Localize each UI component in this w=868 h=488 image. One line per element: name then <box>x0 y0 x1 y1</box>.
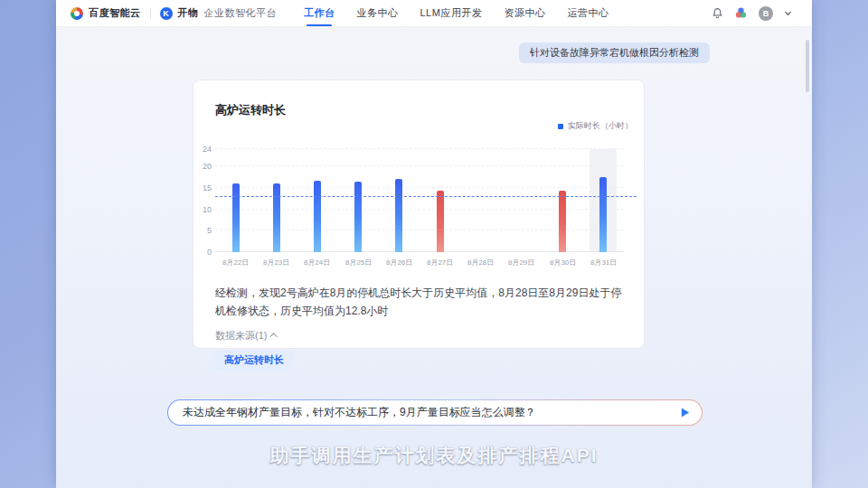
user-message-bubble: 针对设备故障异常宕机做根因分析检测 <box>519 42 710 63</box>
y-axis-tick-label: 5 <box>195 226 212 235</box>
chat-area: 针对设备故障异常宕机做根因分析检测 高炉运转时长 实际时长（小时） 051015… <box>56 27 812 487</box>
y-axis-tick-label: 20 <box>195 162 212 171</box>
average-line <box>215 196 637 197</box>
x-axis-label: 8月30日 <box>544 258 580 267</box>
x-axis-label: 8月25日 <box>340 258 376 267</box>
user-avatar[interactable]: B <box>759 6 773 21</box>
nav-item-resource-center[interactable]: 资源中心 <box>504 0 545 26</box>
app-header: 百度智能云 K 开物 企业数智化平台 工作台 业务中心 LLM应用开发 资源中心… <box>56 0 812 27</box>
x-axis-label: 8月23日 <box>259 258 295 267</box>
chevron-up-icon <box>270 333 278 340</box>
x-axis-label: 8月28日 <box>463 258 499 267</box>
video-caption: 助手调用生产计划表及排产排程API <box>56 443 812 468</box>
bar-8月25日 <box>354 182 362 252</box>
x-axis-labels: 8月22日8月23日8月24日8月25日8月26日8月27日8月28日8月29日… <box>215 257 624 268</box>
bar-8月30日 <box>559 191 566 252</box>
nav-item-business-center[interactable]: 业务中心 <box>357 0 399 26</box>
bar-8月24日 <box>314 181 321 252</box>
bar-8月26日 <box>395 179 402 252</box>
chat-input[interactable] <box>183 407 679 419</box>
kaiwu-logo-icon: K <box>160 7 173 20</box>
legend-item[interactable]: 实际时长（小时） <box>558 120 633 132</box>
chat-input-box <box>167 399 703 426</box>
y-axis-tick-label: 0 <box>195 248 212 257</box>
brand-baidu-text: 百度智能云 <box>89 6 141 20</box>
x-axis-label: 8月31日 <box>586 258 622 267</box>
bar-8月27日 <box>437 191 444 252</box>
data-source-label: 数据来源(1) <box>215 329 267 343</box>
y-axis-tick-label: 10 <box>195 205 212 214</box>
bar-8月22日 <box>232 183 240 252</box>
avatar-initial: B <box>759 6 773 21</box>
data-source-chip[interactable]: 高炉运转时长 <box>215 350 293 371</box>
brand-divider <box>150 8 151 19</box>
nav-item-operation-center[interactable]: 运营中心 <box>567 0 609 26</box>
brand-platform-text: 企业数智化平台 <box>204 6 278 20</box>
apps-grid-icon[interactable] <box>734 6 748 20</box>
nav-item-llm-app-dev[interactable]: LLM应用开发 <box>420 0 483 26</box>
y-axis-tick-label: 24 <box>195 145 212 154</box>
x-axis-label: 8月22日 <box>218 258 254 267</box>
bell-icon[interactable] <box>712 7 723 19</box>
gridline <box>215 165 624 166</box>
desktop-background: 百度智能云 K 开物 企业数智化平台 工作台 业务中心 LLM应用开发 资源中心… <box>0 0 868 488</box>
gridline <box>215 148 624 149</box>
brand-kaiwu-text: 开物 <box>178 6 199 20</box>
chart-card: 高炉运转时长 实际时长（小时） 0510152024 8月22日8月23日8月2… <box>193 80 645 349</box>
analysis-summary-text: 经检测，发现2号高炉在8月的停机总时长大于历史平均值，8月28日至8月29日处于… <box>215 285 626 321</box>
main-nav: 工作台 业务中心 LLM应用开发 资源中心 运营中心 <box>304 0 609 26</box>
x-axis-label: 8月29日 <box>504 258 540 267</box>
chevron-down-icon[interactable] <box>784 9 792 17</box>
data-source-toggle[interactable]: 数据来源(1) <box>215 329 622 343</box>
legend-label: 实际时长（小时） <box>568 120 633 132</box>
bar-8月31日 <box>599 177 607 252</box>
bar-8月23日 <box>273 183 280 252</box>
x-axis-label: 8月24日 <box>299 258 335 267</box>
x-axis-label: 8月27日 <box>422 258 458 267</box>
app-window: 百度智能云 K 开物 企业数智化平台 工作台 业务中心 LLM应用开发 资源中心… <box>56 0 812 488</box>
y-axis-tick-label: 15 <box>195 183 212 192</box>
scrollbar[interactable] <box>806 40 809 92</box>
brand-area: 百度智能云 K 开物 企业数智化平台 <box>71 6 277 20</box>
bar-chart: 0510152024 8月22日8月23日8月24日8月25日8月26日8月27… <box>215 149 622 268</box>
x-axis-label: 8月26日 <box>382 258 418 267</box>
chart-plot-area: 0510152024 <box>215 149 624 252</box>
chart-title: 高炉运转时长 <box>215 102 622 118</box>
send-icon[interactable] <box>679 407 691 418</box>
legend-swatch-icon <box>558 124 563 129</box>
chat-input-inner <box>168 400 702 425</box>
baidu-cloud-logo-icon <box>71 7 83 20</box>
nav-item-workbench[interactable]: 工作台 <box>304 0 335 26</box>
header-right: B <box>712 6 792 21</box>
